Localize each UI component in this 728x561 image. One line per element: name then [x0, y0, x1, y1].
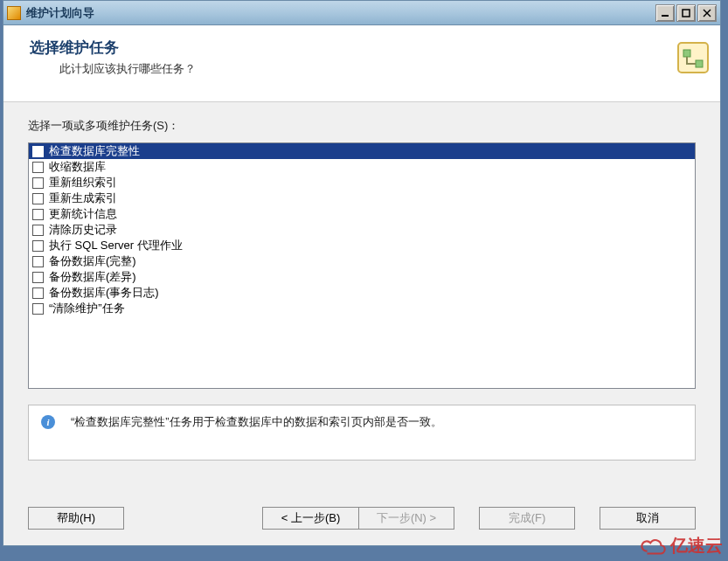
page-title: 选择维护任务	[30, 38, 703, 58]
task-label: 收缩数据库	[49, 159, 106, 175]
app-icon	[7, 6, 21, 20]
task-label: 清除历史记录	[49, 222, 117, 238]
watermark: 亿速云	[641, 534, 723, 558]
maximize-button[interactable]	[676, 4, 696, 22]
watermark-text: 亿速云	[670, 534, 723, 558]
task-item[interactable]: 备份数据库(事务日志)	[29, 285, 695, 301]
task-checkbox[interactable]	[32, 272, 44, 283]
watermark-icon	[641, 536, 667, 557]
content-area: 选择一项或多项维护任务(S)： 检查数据库完整性收缩数据库重新组织索引重新生成索…	[3, 102, 720, 491]
wizard-window: 维护计划向导 选择维护任务 此计划应该执行哪些任务？ 选择一项或多项维护任务(S…	[3, 0, 721, 546]
task-checkbox[interactable]	[32, 240, 44, 252]
next-button[interactable]: 下一步(N) >	[358, 507, 454, 530]
spacer	[28, 389, 696, 405]
info-icon: i	[41, 415, 55, 429]
close-button[interactable]	[697, 4, 717, 22]
wizard-header-icon	[661, 34, 711, 85]
close-icon	[703, 9, 711, 17]
task-checkbox[interactable]	[32, 162, 44, 173]
task-checkbox[interactable]	[32, 146, 44, 157]
task-label: 检查数据库完整性	[49, 143, 140, 159]
task-label: “清除维护”任务	[49, 301, 125, 316]
task-label: 备份数据库(差异)	[49, 269, 136, 285]
button-row: 帮助(H) < 上一步(B) 下一步(N) > 完成(F) 取消	[3, 491, 720, 545]
minimize-button[interactable]	[655, 4, 675, 22]
task-checkbox[interactable]	[32, 287, 44, 299]
back-button[interactable]: < 上一步(B)	[262, 507, 358, 530]
task-item[interactable]: 重新生成索引	[29, 190, 695, 206]
task-item[interactable]: 备份数据库(差异)	[29, 269, 695, 285]
task-checkbox[interactable]	[32, 256, 44, 267]
task-checkbox[interactable]	[32, 225, 44, 236]
task-label: 重新组织索引	[49, 175, 117, 190]
task-label: 重新生成索引	[49, 190, 117, 206]
task-checkbox[interactable]	[32, 193, 44, 204]
minimize-icon	[661, 9, 669, 17]
nav-button-pair: < 上一步(B) 下一步(N) >	[262, 507, 454, 530]
task-item[interactable]: 更新统计信息	[29, 206, 695, 222]
maximize-icon	[682, 9, 690, 17]
svg-rect-1	[683, 10, 690, 17]
titlebar: 维护计划向导	[3, 1, 720, 25]
task-checkbox[interactable]	[32, 209, 44, 220]
task-checkbox[interactable]	[32, 177, 44, 189]
task-label: 更新统计信息	[49, 206, 117, 222]
task-label: 备份数据库(事务日志)	[49, 285, 159, 301]
page-subtitle: 此计划应该执行哪些任务？	[59, 61, 703, 77]
task-label: 执行 SQL Server 代理作业	[49, 238, 183, 253]
task-item[interactable]: 执行 SQL Server 代理作业	[29, 238, 695, 253]
svg-rect-6	[696, 60, 703, 67]
window-title: 维护计划向导	[26, 5, 655, 21]
task-item[interactable]: “清除维护”任务	[29, 301, 695, 316]
task-item[interactable]: 检查数据库完整性	[29, 143, 695, 159]
svg-rect-4	[678, 43, 708, 73]
description-box: i “检查数据库完整性”任务用于检查数据库中的数据和索引页内部是否一致。	[28, 405, 696, 461]
task-item[interactable]: 重新组织索引	[29, 175, 695, 190]
description-text: “检查数据库完整性”任务用于检查数据库中的数据和索引页内部是否一致。	[71, 414, 442, 430]
svg-rect-5	[683, 50, 690, 57]
task-label: 备份数据库(完整)	[49, 253, 136, 269]
header-panel: 选择维护任务 此计划应该执行哪些任务？	[3, 25, 720, 102]
window-controls	[655, 4, 717, 22]
task-item[interactable]: 收缩数据库	[29, 159, 695, 175]
cancel-button[interactable]: 取消	[600, 507, 696, 530]
task-item[interactable]: 清除历史记录	[29, 222, 695, 238]
finish-button[interactable]: 完成(F)	[479, 507, 575, 530]
help-button[interactable]: 帮助(H)	[28, 507, 124, 530]
task-prompt: 选择一项或多项维护任务(S)：	[28, 118, 696, 134]
task-item[interactable]: 备份数据库(完整)	[29, 253, 695, 269]
task-checkbox[interactable]	[32, 303, 44, 315]
task-listbox[interactable]: 检查数据库完整性收缩数据库重新组织索引重新生成索引更新统计信息清除历史记录执行 …	[28, 142, 696, 389]
